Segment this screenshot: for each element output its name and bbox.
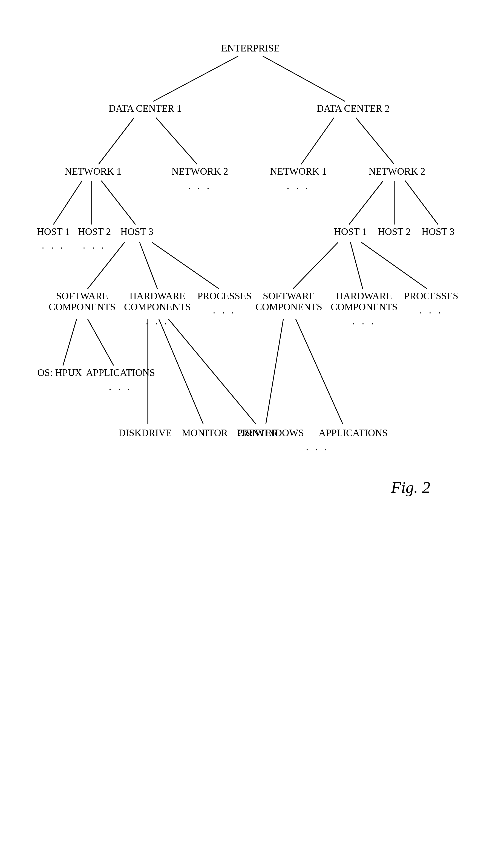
node-applications-right: APPLICATIONS bbox=[319, 427, 388, 438]
node-os-windows-3: OS: WINDOWS bbox=[238, 427, 304, 438]
node-diskdrive-2: DISKDRIVE bbox=[119, 427, 172, 438]
node-monitor-2: MONITOR bbox=[182, 427, 228, 438]
figure-label: Fig. 2 bbox=[391, 478, 430, 497]
ellipsis-sw-right: . . . bbox=[306, 442, 329, 453]
diagram-overlay-2: DISKDRIVE MONITOR PRINTER OS: WINDOWS OS… bbox=[0, 0, 504, 846]
